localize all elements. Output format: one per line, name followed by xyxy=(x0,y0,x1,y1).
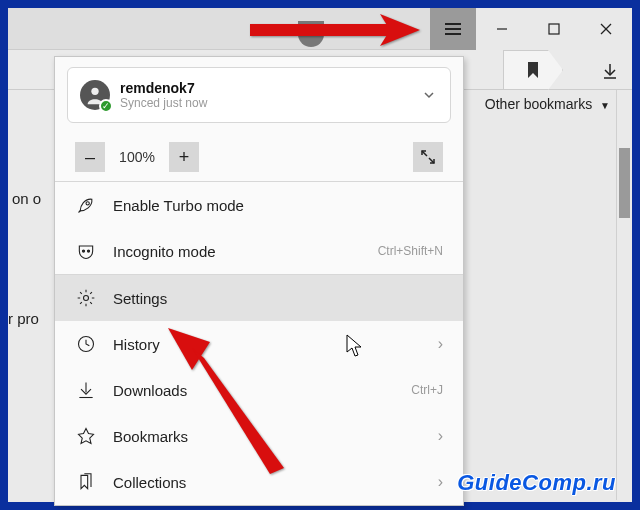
svg-point-6 xyxy=(91,88,98,95)
bg-text-1: on o xyxy=(12,190,41,207)
bookmark-chip[interactable] xyxy=(503,50,563,90)
minimize-button[interactable] xyxy=(476,8,528,50)
zoom-out-button[interactable]: – xyxy=(75,142,105,172)
scrollbar-thumb[interactable] xyxy=(619,148,630,218)
hamburger-menu-button[interactable] xyxy=(430,8,476,50)
chevron-right-icon: › xyxy=(438,427,443,445)
menu-item-turbo[interactable]: Enable Turbo mode xyxy=(55,182,463,228)
mask-icon xyxy=(75,240,97,262)
tab-remnant xyxy=(298,21,324,47)
svg-point-9 xyxy=(86,202,89,205)
rocket-icon xyxy=(75,194,97,216)
downloads-toolbar-button[interactable] xyxy=(598,59,622,83)
star-icon xyxy=(75,425,97,447)
chevron-down-icon: ▼ xyxy=(600,100,610,111)
fullscreen-icon xyxy=(420,149,436,165)
menu-item-downloads[interactable]: Downloads Ctrl+J xyxy=(55,367,463,413)
menu-item-label: Collections xyxy=(113,474,186,491)
svg-point-10 xyxy=(82,250,84,252)
menu-shortcut: Ctrl+Shift+N xyxy=(378,244,443,258)
bg-text-2: r pro xyxy=(8,310,39,327)
other-bookmarks-button[interactable]: Other bookmarks ▼ xyxy=(485,96,610,112)
download-icon xyxy=(75,379,97,401)
account-card[interactable]: ✓ remdenok7 Synced just now xyxy=(67,67,451,123)
menu-item-label: Downloads xyxy=(113,382,187,399)
zoom-in-button[interactable]: + xyxy=(169,142,199,172)
account-text: remdenok7 Synced just now xyxy=(120,80,207,110)
vertical-scrollbar[interactable] xyxy=(616,90,632,500)
account-status: Synced just now xyxy=(120,96,207,110)
download-icon xyxy=(601,62,619,80)
avatar: ✓ xyxy=(80,80,110,110)
chevron-right-icon: › xyxy=(438,473,443,491)
other-bookmarks-label: Other bookmarks xyxy=(485,96,592,112)
svg-point-12 xyxy=(84,296,89,301)
main-menu-panel: ✓ remdenok7 Synced just now – 100% + xyxy=(54,56,464,506)
fullscreen-button[interactable] xyxy=(413,142,443,172)
close-button[interactable] xyxy=(580,8,632,50)
maximize-button[interactable] xyxy=(528,8,580,50)
account-username: remdenok7 xyxy=(120,80,207,96)
menu-item-collections[interactable]: Collections › xyxy=(55,459,463,505)
watermark: GuideComp.ru xyxy=(457,470,616,496)
window-controls xyxy=(430,8,632,50)
svg-point-11 xyxy=(87,250,89,252)
menu-item-history[interactable]: History › xyxy=(55,321,463,367)
collections-icon xyxy=(75,471,97,493)
menu-item-label: Incognito mode xyxy=(113,243,216,260)
menu-item-label: Settings xyxy=(113,290,167,307)
zoom-controls: – 100% + xyxy=(55,133,463,181)
menu-item-label: History xyxy=(113,336,160,353)
page-background-left: on o r pro xyxy=(8,90,58,500)
menu-shortcut: Ctrl+J xyxy=(411,383,443,397)
chevron-down-icon xyxy=(420,86,438,104)
bookmark-icon xyxy=(526,61,540,79)
menu-item-bookmarks[interactable]: Bookmarks › xyxy=(55,413,463,459)
sync-ok-badge: ✓ xyxy=(99,99,113,113)
clock-icon xyxy=(75,333,97,355)
zoom-value: 100% xyxy=(115,149,159,165)
app-window: Other bookmarks ▼ on o r pro ✓ remdenok7… xyxy=(0,0,640,510)
menu-item-label: Enable Turbo mode xyxy=(113,197,244,214)
chevron-right-icon: › xyxy=(438,335,443,353)
hamburger-icon xyxy=(445,23,461,35)
svg-rect-1 xyxy=(549,24,559,34)
menu-item-incognito[interactable]: Incognito mode Ctrl+Shift+N xyxy=(55,228,463,274)
gear-icon xyxy=(75,287,97,309)
menu-item-label: Bookmarks xyxy=(113,428,188,445)
menu-item-settings[interactable]: Settings xyxy=(55,275,463,321)
title-bar xyxy=(8,8,632,50)
